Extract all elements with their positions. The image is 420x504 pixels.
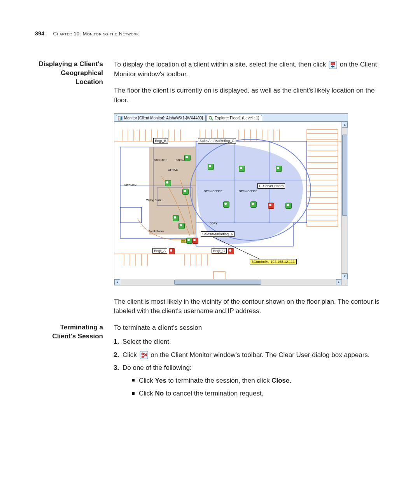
running-header: 394 Chapter 10: Monitoring the Network <box>35 30 381 37</box>
label-storage: STORAGE <box>154 159 167 161</box>
text-run: Select the client. <box>122 338 171 345</box>
svg-point-81 <box>187 239 190 241</box>
text-run: Click <box>139 377 155 384</box>
svg-point-93 <box>142 353 144 355</box>
label-copy: COPY <box>210 222 217 225</box>
scroll-track[interactable] <box>342 128 348 273</box>
access-point-icon[interactable] <box>169 248 175 254</box>
svg-rect-5 <box>119 118 119 120</box>
access-point-icon[interactable] <box>250 201 257 208</box>
clear-user-icon <box>140 351 148 359</box>
section-heading: Displaying a Client's Geographical Locat… <box>35 60 103 87</box>
svg-point-88 <box>277 167 279 169</box>
text-run: to cancel the termination request. <box>164 390 263 397</box>
access-point-icon[interactable] <box>285 203 292 209</box>
scroll-up-button[interactable]: ▲ <box>342 122 348 128</box>
svg-point-89 <box>240 167 242 169</box>
tab-client-monitor[interactable]: Monitor [Client Monitor]: AlphaWX1-[WX44… <box>116 115 206 121</box>
vertical-scrollbar[interactable]: ▲ ▼ <box>341 122 348 279</box>
bullet-item: Click Yes to terminate the session, then… <box>132 375 381 386</box>
tab-label: Explore: Floor1 (Level : 1) <box>215 116 259 120</box>
label-kitchen: KITCHEN <box>124 184 136 187</box>
access-point-icon[interactable] <box>184 155 191 161</box>
room-label-it-server: IT Server Room <box>257 183 285 189</box>
tab-explore-floor[interactable]: Explore: Floor1 (Level : 1) <box>206 115 262 121</box>
monitor-icon <box>118 116 122 121</box>
figure-floor-plan: Monitor [Client Monitor]: AlphaWX1-[WX44… <box>114 113 381 285</box>
svg-point-87 <box>287 204 289 206</box>
svg-point-84 <box>224 203 227 205</box>
text-run: on the Client Monitor window's toolbar. … <box>150 351 369 359</box>
label-open-office: OPEN-OFFICE <box>204 190 222 192</box>
scroll-down-button[interactable]: ▼ <box>342 273 348 279</box>
scroll-right-button[interactable]: ► <box>336 279 342 285</box>
label-break-room: Break Room <box>149 230 164 233</box>
ordered-steps: Select the client. Click on the Clien <box>114 336 381 399</box>
scroll-thumb[interactable] <box>342 135 347 215</box>
paragraph: The floor the client is currently on is … <box>114 86 381 105</box>
svg-line-9 <box>211 119 213 120</box>
access-point-icon[interactable] <box>192 238 198 244</box>
access-point-icon[interactable] <box>239 166 245 172</box>
text-run: Do one of the following: <box>122 364 192 371</box>
access-point-icon[interactable] <box>165 180 171 186</box>
svg-rect-72 <box>120 207 142 223</box>
floor-plan-viewport[interactable]: Engr_B SalesAndMarketing_G IT Server Roo… <box>114 122 348 285</box>
room-label-sales-g: SalesAndMarketing_G <box>198 138 236 144</box>
svg-point-79 <box>174 216 176 219</box>
access-point-icon[interactable] <box>268 203 274 209</box>
text-run: . <box>289 377 291 384</box>
text-run: To display the location of a client with… <box>114 61 328 68</box>
text-run: Click <box>122 351 139 359</box>
access-point-icon[interactable] <box>178 223 185 229</box>
label-open-office: OPEN-OFFICE <box>239 190 257 192</box>
room-label-engr-g: Engr_G <box>212 248 227 254</box>
paragraph: The client is most likely in the vicinit… <box>114 297 381 316</box>
svg-point-83 <box>209 165 211 167</box>
tab-label: Monitor [Client Monitor]: AlphaWX1-[WX44… <box>124 116 203 120</box>
svg-point-85 <box>252 203 254 205</box>
room-label-engr-a: Engr_A <box>152 248 167 254</box>
svg-rect-63 <box>214 271 225 279</box>
locate-client-icon <box>329 61 337 69</box>
svg-point-8 <box>209 116 212 119</box>
page-number: 394 <box>35 30 45 37</box>
client-location-tag[interactable]: 3Com\mike-192.168.12.111 <box>250 259 297 264</box>
label-office: OFFICE <box>168 168 178 171</box>
section-terminating-session: Terminating a Client's Session To termin… <box>35 323 381 401</box>
text-run: Click <box>139 390 155 397</box>
svg-point-78 <box>184 190 186 192</box>
horizontal-scrollbar[interactable]: ◄ ► <box>114 279 342 285</box>
floor-plan-canvas[interactable]: Engr_B SalesAndMarketing_G IT Server Roo… <box>114 122 342 279</box>
explore-icon <box>208 116 213 121</box>
room-label-sales-a: Sales&Marketing_A <box>201 231 234 237</box>
svg-rect-35 <box>307 130 338 227</box>
scroll-track[interactable] <box>120 279 336 285</box>
access-point-icon[interactable] <box>276 166 282 172</box>
access-point-icon[interactable] <box>223 201 229 208</box>
svg-point-86 <box>269 204 271 206</box>
svg-point-76 <box>186 156 188 158</box>
paragraph: To display the location of a client with… <box>114 60 381 79</box>
scroll-left-button[interactable]: ◄ <box>114 279 120 285</box>
access-point-icon[interactable] <box>173 215 179 221</box>
access-point-icon[interactable] <box>186 238 192 244</box>
step-item: Do one of the following: Click Yes to te… <box>121 362 381 399</box>
bullet-item: Click No to cancel the termination reque… <box>132 388 381 399</box>
svg-rect-92 <box>140 351 148 359</box>
svg-point-90 <box>170 249 172 252</box>
step-item: Select the client. <box>121 336 381 347</box>
app-window: Monitor [Client Monitor]: AlphaWX1-[WX44… <box>114 113 348 285</box>
scroll-corner <box>341 279 348 285</box>
text-run: to terminate the session, then click <box>166 377 271 384</box>
access-point-icon[interactable] <box>208 164 214 170</box>
text-bold: No <box>155 390 164 397</box>
access-point-icon[interactable] <box>228 248 234 254</box>
svg-point-91 <box>229 249 231 252</box>
access-point-icon[interactable] <box>182 189 189 195</box>
room-label-engr-b: Engr_B <box>153 138 168 144</box>
section-heading: Terminating a Client's Session <box>35 323 103 341</box>
chapter-title: Chapter 10: Monitoring the Network <box>53 31 139 37</box>
svg-rect-1 <box>331 62 335 65</box>
scroll-thumb[interactable] <box>174 280 261 285</box>
